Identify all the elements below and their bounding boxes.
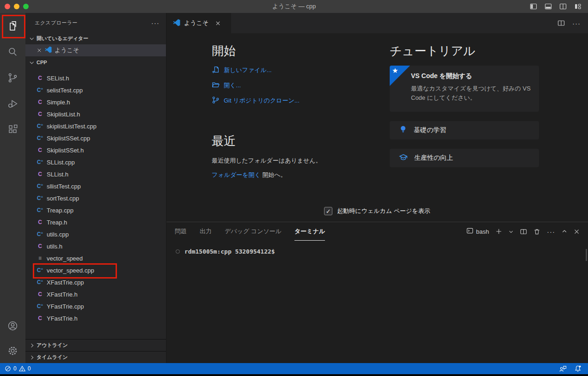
file-name: skiplistListTest.cpp [47,123,97,130]
close-tab-icon[interactable] [215,20,221,26]
file-type-icon [36,243,44,249]
customize-layout-icon[interactable] [574,3,582,10]
file-row[interactable]: utils.h [25,240,166,252]
window-bottom-edge [0,374,588,376]
lightbulb-icon [399,125,407,135]
problems-status[interactable]: 0 0 [5,365,31,372]
new-file-icon [212,66,220,75]
folder-section-header[interactable]: CPP [25,56,166,68]
new-file-link[interactable]: 新しいファイル... [212,66,390,75]
file-row[interactable]: SkiplistSSet.h [25,144,166,156]
close-window-button[interactable] [5,4,10,9]
tab-welcome[interactable]: ようこそ [166,13,231,33]
file-type-icon [36,99,44,105]
open-editors-section-header[interactable]: 開いているエディター [25,32,166,44]
file-row[interactable]: Simple.h [25,96,166,108]
zoom-window-button[interactable] [23,4,29,9]
file-row[interactable]: SLList.cpp [25,156,166,168]
tab-problems[interactable]: 問題 [175,222,187,241]
file-row[interactable]: selistTest.cpp [25,84,166,96]
open-editor-item-welcome[interactable]: ようこそ [25,44,166,56]
file-row[interactable]: skiplistListTest.cpp [25,120,166,132]
search-icon[interactable] [0,39,25,65]
recent-suffix-text: 開始へ。 [261,171,287,178]
panel-more-actions-icon[interactable]: ··· [547,228,555,236]
vscode-logo-icon [45,46,52,55]
tab-debug-console[interactable]: デバッグ コンソール [225,222,282,241]
file-row[interactable]: vector_speed [25,252,166,264]
tutorials-heading: チュートリアル [390,43,539,59]
file-row[interactable]: XFastTrie.h [25,288,166,300]
open-folder-link[interactable]: 開く... [212,81,390,90]
recent-empty-text: 最近使用したフォルダーはありません。 [212,157,390,165]
file-row[interactable]: SLList.h [25,168,166,180]
sidebar-title: エクスプローラー [35,19,78,26]
extensions-icon[interactable] [0,116,25,142]
file-row[interactable]: YFastTrie.h [25,312,166,324]
file-type-icon [36,303,44,309]
minimize-window-button[interactable] [14,4,19,9]
command-decoration-icon [176,249,180,254]
open-folder-icon [212,81,220,90]
notifications-bell-icon[interactable] [574,365,582,372]
editor-more-actions-icon[interactable]: ··· [572,19,581,27]
maximize-panel-icon[interactable] [562,229,567,234]
title-bar: ようこそ — cpp [0,0,588,13]
terminal-icon [466,227,473,236]
file-row[interactable]: YFastTrie.cpp [25,300,166,312]
file-type-icon [36,171,44,177]
chevron-down-icon [30,36,33,40]
source-control-icon[interactable] [0,65,25,91]
terminal-scrollbar[interactable] [586,249,587,261]
file-row[interactable]: Treap.cpp [25,204,166,216]
split-editor-icon[interactable] [557,19,565,27]
new-terminal-icon[interactable] [496,228,502,235]
toggle-sidebar-icon[interactable] [530,3,537,10]
sidebar-more-actions-icon[interactable]: ··· [151,19,159,27]
file-row[interactable]: sllistTest.cpp [25,180,166,192]
file-type-icon [36,279,44,285]
file-type-icon [36,111,44,117]
file-name: Treap.cpp [47,207,74,214]
run-and-debug-icon[interactable] [0,91,25,116]
close-panel-icon[interactable] [574,229,580,235]
file-type-icon [36,255,44,261]
explorer-icon[interactable] [0,13,25,39]
file-row[interactable]: SEList.h [25,72,166,84]
bottom-panel: 問題 出力 デバッグ コンソール ターミナル bash ··· [166,222,588,363]
file-type-icon [36,135,44,141]
window-title: ようこそ — cpp [0,2,588,11]
open-folder-text-link[interactable]: フォルダーを開く [212,171,261,178]
timeline-section-header[interactable]: タイムライン [25,351,166,363]
toggle-panel-icon[interactable] [545,3,552,10]
shell-selector[interactable]: bash [466,227,489,236]
outline-section-header[interactable]: アウトライン [25,339,166,351]
file-row[interactable]: sortTest.cpp [25,192,166,204]
terminal-content[interactable]: rdm15005m:cpp 5320954122$ [166,241,588,363]
tutorial-card-get-started[interactable]: ★ VS Code を開始する 最適なカスタマイズを見つけて、好みの VS Co… [390,66,539,112]
open-editor-label: ようこそ [55,46,79,55]
tutorial-card-boost-productivity[interactable]: 生産性の向上 [390,149,539,167]
close-icon[interactable] [37,48,42,53]
file-row[interactable]: SkiplistSSet.cpp [25,132,166,144]
file-row[interactable]: Treap.h [25,216,166,228]
file-type-icon [36,195,44,201]
split-terminal-icon[interactable] [520,228,527,235]
file-type-icon [36,291,44,297]
git-clone-link[interactable]: Git リポジトリのクローン... [212,96,390,105]
file-row[interactable]: XFastTrie.cpp [25,276,166,288]
terminal-dropdown-icon[interactable] [508,229,514,234]
kill-terminal-trash-icon[interactable] [533,228,540,235]
feedback-icon[interactable] [559,365,567,372]
tutorial-card-learn-fundamentals[interactable]: 基礎の学習 [390,121,539,139]
account-icon[interactable] [0,313,25,338]
file-row[interactable]: vector_speed.cpp [25,264,166,276]
file-row[interactable]: utils.cpp [25,228,166,240]
file-row[interactable]: SkiplistList.h [25,108,166,120]
panel-tab-bar: 問題 出力 デバッグ コンソール ターミナル bash ··· [166,222,588,241]
toggle-secondary-sidebar-icon[interactable] [559,3,567,10]
tab-output[interactable]: 出力 [200,222,212,241]
tab-terminal[interactable]: ターミナル [294,222,325,241]
settings-gear-icon[interactable] [0,338,25,363]
show-welcome-checkbox[interactable]: ✓ [324,207,332,215]
